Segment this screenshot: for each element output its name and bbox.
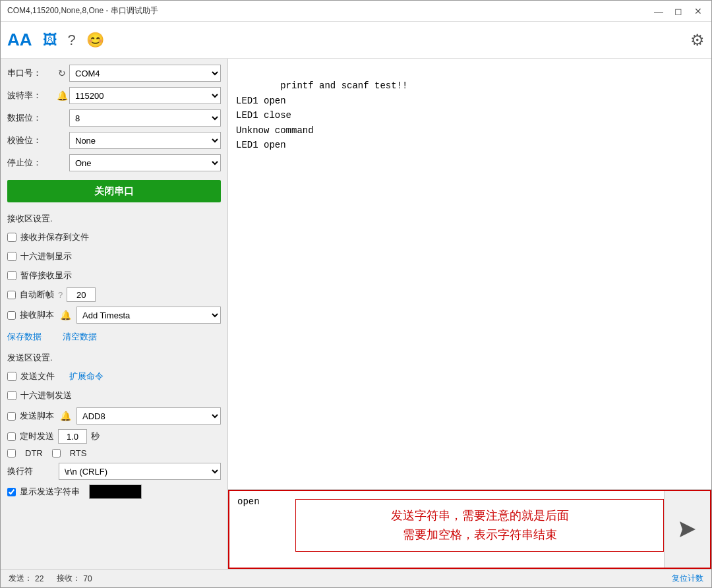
send-script-select[interactable]: ADD8 bbox=[76, 407, 221, 425]
show-send-string-row: 显示发送字符串 bbox=[7, 485, 221, 499]
send-count-value: 22 bbox=[35, 574, 44, 583]
show-send-label: 显示发送字符串 bbox=[20, 486, 80, 498]
toolbar-left: AA 🖼 ? 😊 bbox=[7, 30, 104, 50]
send-hex-checkbox[interactable] bbox=[7, 391, 16, 400]
right-panel: printf and scanf test!! LED1 open LED1 c… bbox=[228, 59, 711, 569]
port-select[interactable]: COM4 bbox=[69, 65, 221, 82]
recv-content: printf and scanf test!! LED1 open LED1 c… bbox=[236, 80, 407, 150]
recv-pause-row: 暂停接收显示 bbox=[7, 268, 221, 283]
recv-count-value: 70 bbox=[83, 574, 92, 583]
gear-icon[interactable]: ⚙ bbox=[690, 31, 705, 49]
send-color-swatch[interactable] bbox=[89, 485, 142, 499]
link-row: 保存数据 清空数据 bbox=[7, 331, 221, 343]
title-bar: COM4,115200,None,8,One - 串口调试助手 — ◻ ✕ bbox=[1, 1, 711, 22]
recv-script-label: 接收脚本 bbox=[20, 309, 54, 321]
send-section-title: 发送区设置. bbox=[7, 352, 221, 364]
recv-hex-label: 十六进制显示 bbox=[20, 250, 72, 262]
timer-send-checkbox[interactable] bbox=[7, 432, 16, 441]
dtr-rts-row: DTR RTS bbox=[7, 448, 221, 458]
image-icon[interactable]: 🖼 bbox=[43, 32, 57, 49]
recv-count: 接收： 70 bbox=[57, 573, 92, 584]
timer-unit-label: 秒 bbox=[91, 430, 100, 442]
send-count-label: 发送： bbox=[9, 573, 32, 584]
send-input[interactable]: open bbox=[229, 491, 664, 568]
newline-select[interactable]: \r\n (CRLF) bbox=[59, 463, 221, 480]
title-controls: — ◻ ✕ bbox=[652, 5, 705, 18]
svg-marker-0 bbox=[680, 521, 696, 537]
parity-row: 校验位： None bbox=[7, 131, 221, 150]
stop-bits-select[interactable]: One bbox=[69, 154, 221, 171]
send-count: 发送： 22 bbox=[9, 573, 44, 584]
recv-count-label: 接收： bbox=[57, 573, 80, 584]
recv-save-file-label: 接收并保存到文件 bbox=[20, 231, 89, 243]
send-script-checkbox[interactable] bbox=[7, 412, 16, 421]
data-bits-label: 数据位： bbox=[7, 112, 55, 124]
dtr-checkbox[interactable] bbox=[7, 449, 16, 457]
toolbar: AA 🖼 ? 😊 ⚙ bbox=[1, 22, 711, 59]
recv-save-file-checkbox[interactable] bbox=[7, 233, 16, 242]
maximize-button[interactable]: ◻ bbox=[672, 5, 685, 18]
send-script-label: 发送脚本 bbox=[20, 410, 54, 422]
parity-select[interactable]: None bbox=[69, 132, 221, 149]
baud-select[interactable]: 115200 bbox=[69, 87, 221, 104]
send-file-label: 发送文件 bbox=[20, 370, 55, 382]
save-data-button[interactable]: 保存数据 bbox=[7, 331, 42, 343]
send-script-row: 发送脚本 🔔 ADD8 bbox=[7, 407, 221, 425]
recv-script-row: 接收脚本 🔔 Add Timesta bbox=[7, 307, 221, 324]
send-area-wrapper: open 发送字符串，需要注意的就是后面 需要加空格，表示字符串结束 bbox=[228, 490, 711, 569]
send-icon bbox=[677, 519, 698, 540]
data-bits-select[interactable]: 8 bbox=[69, 109, 221, 127]
auto-frame-input[interactable] bbox=[67, 287, 96, 302]
send-script-icon: 🔔 bbox=[58, 411, 73, 421]
show-send-checkbox[interactable] bbox=[7, 488, 16, 496]
baud-label: 波特率： bbox=[7, 90, 55, 102]
data-bits-row: 数据位： 8 bbox=[7, 109, 221, 127]
send-extend-button[interactable]: 扩展命令 bbox=[69, 370, 104, 382]
send-button[interactable] bbox=[664, 491, 710, 568]
close-port-button[interactable]: 关闭串口 bbox=[7, 180, 221, 202]
status-bar: 发送： 22 接收： 70 复位计数 bbox=[1, 569, 711, 587]
recv-script-checkbox[interactable] bbox=[7, 311, 16, 320]
newline-row: 换行符 \r\n (CRLF) bbox=[7, 463, 221, 480]
timer-send-label: 定时发送 bbox=[20, 430, 54, 442]
recv-pause-label: 暂停接收显示 bbox=[20, 270, 72, 281]
emoji-icon[interactable]: 😊 bbox=[86, 32, 104, 49]
send-file-row: 发送文件 扩展命令 bbox=[7, 369, 221, 384]
main-window: COM4,115200,None,8,One - 串口调试助手 — ◻ ✕ AA… bbox=[0, 0, 712, 588]
left-panel: 串口号： ↻ COM4 波特率： 🔔 115200 数据位： 8 bbox=[1, 59, 228, 569]
rts-checkbox[interactable] bbox=[52, 449, 61, 457]
font-icon[interactable]: AA bbox=[7, 30, 32, 50]
recv-section-title: 接收区设置. bbox=[7, 213, 221, 225]
recv-script-select[interactable]: Add Timesta bbox=[76, 307, 221, 324]
recv-script-icon: 🔔 bbox=[58, 310, 73, 320]
port-row: 串口号： ↻ COM4 bbox=[7, 64, 221, 82]
send-file-checkbox[interactable] bbox=[7, 372, 16, 381]
close-button[interactable]: ✕ bbox=[692, 5, 705, 18]
timer-send-row: 定时发送 秒 bbox=[7, 429, 221, 444]
recv-hex-checkbox[interactable] bbox=[7, 252, 16, 261]
refresh-icon[interactable]: ↻ bbox=[55, 68, 69, 78]
minimize-button[interactable]: — bbox=[652, 5, 665, 18]
stop-bits-row: 停止位： One bbox=[7, 154, 221, 172]
timer-value-input[interactable] bbox=[58, 429, 87, 444]
recv-pause-checkbox[interactable] bbox=[7, 271, 16, 280]
stop-bits-label: 停止位： bbox=[7, 157, 55, 169]
recv-hex-row: 十六进制显示 bbox=[7, 249, 221, 264]
port-label: 串口号： bbox=[7, 67, 55, 79]
auto-frame-row: 自动断帧 ? bbox=[7, 287, 221, 302]
reset-count-button[interactable]: 复位计数 bbox=[672, 573, 703, 584]
auto-frame-label: 自动断帧 bbox=[20, 289, 54, 301]
newline-label: 换行符 bbox=[7, 465, 55, 477]
send-hex-label: 十六进制发送 bbox=[20, 390, 72, 401]
dtr-label: DTR bbox=[25, 448, 43, 458]
auto-frame-checkbox[interactable] bbox=[7, 291, 16, 299]
recv-save-file-row: 接收并保存到文件 bbox=[7, 230, 221, 245]
parity-label: 校验位： bbox=[7, 134, 55, 146]
baud-icon: 🔔 bbox=[55, 90, 69, 101]
rts-label: RTS bbox=[70, 448, 87, 458]
window-title: COM4,115200,None,8,One - 串口调试助手 bbox=[7, 5, 158, 16]
receive-area: printf and scanf test!! LED1 open LED1 c… bbox=[228, 59, 711, 490]
help-icon[interactable]: ? bbox=[68, 32, 76, 49]
clear-data-button[interactable]: 清空数据 bbox=[63, 331, 97, 343]
baud-row: 波特率： 🔔 115200 bbox=[7, 86, 221, 105]
